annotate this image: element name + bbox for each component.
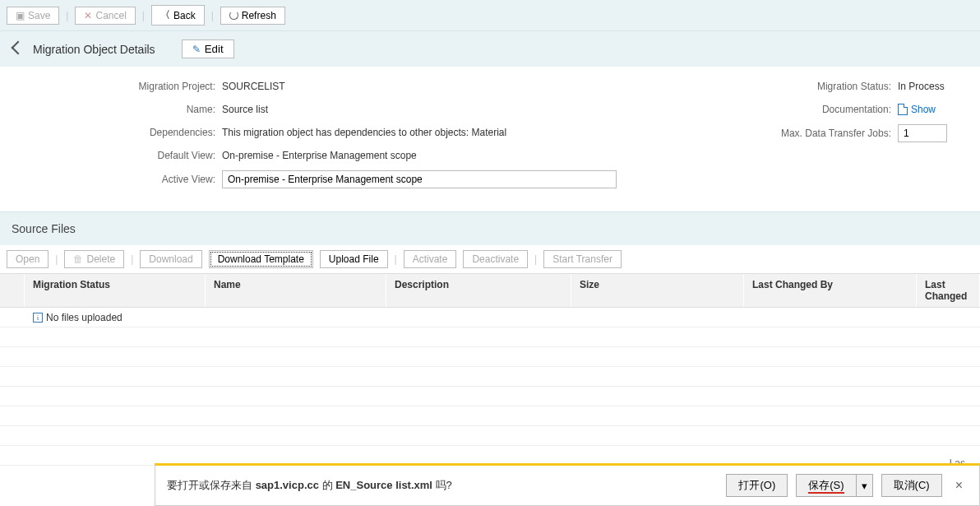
separator: | bbox=[534, 253, 537, 265]
col-size[interactable]: Size bbox=[571, 274, 744, 307]
table-row bbox=[0, 406, 980, 426]
col-select[interactable] bbox=[0, 274, 25, 307]
separator: | bbox=[131, 253, 133, 265]
dependencies-label: Dependencies bbox=[74, 127, 222, 138]
download-notification-bar: 要打开或保存来自 sap1.vicp.cc 的 EN_Source list.x… bbox=[155, 463, 980, 506]
source-files-toolbar: Open | 🗑 Delete | Download Download Temp… bbox=[0, 245, 980, 274]
separator: | bbox=[395, 253, 397, 265]
cancel-icon: ✕ bbox=[84, 10, 92, 21]
edit-button[interactable]: ✎ Edit bbox=[182, 39, 234, 58]
activate-button: Activate bbox=[404, 250, 457, 268]
main-toolbar: ▣ Save | ✕ Cancel | 〈 Back | Refresh bbox=[0, 0, 980, 31]
col-description[interactable]: Description bbox=[386, 274, 571, 307]
section-header: Migration Object Details ✎ Edit bbox=[0, 31, 980, 67]
table-row bbox=[0, 347, 980, 367]
deactivate-button: Deactivate bbox=[463, 250, 528, 268]
active-view-label: Active View bbox=[74, 174, 222, 185]
source-files-table: Migration Status Name Description Size L… bbox=[0, 274, 980, 466]
separator: | bbox=[66, 10, 68, 21]
back-icon: 〈 bbox=[160, 8, 170, 22]
documentation-label: Documentation bbox=[750, 104, 898, 115]
col-last-changed-by[interactable]: Last Changed By bbox=[744, 274, 917, 307]
source-files-header: Source Files bbox=[0, 211, 980, 245]
migration-project-label: Migration Project bbox=[74, 81, 222, 92]
default-view-value: On-premise - Enterprise Management scope bbox=[222, 150, 417, 161]
separator: | bbox=[211, 10, 214, 21]
documentation-text: Show bbox=[911, 104, 936, 115]
table-row bbox=[0, 327, 980, 347]
back-button[interactable]: 〈 Back bbox=[151, 5, 205, 26]
download-template-button[interactable]: Download Template bbox=[209, 250, 313, 268]
table-header: Migration Status Name Description Size L… bbox=[0, 274, 980, 308]
back-label: Back bbox=[173, 10, 196, 21]
dependencies-value: This migration object has dependencies t… bbox=[222, 127, 506, 138]
separator: | bbox=[55, 253, 58, 265]
cancel-label: Cancel bbox=[95, 10, 126, 21]
edit-label: Edit bbox=[205, 43, 224, 55]
empty-message: No files uploaded bbox=[46, 312, 122, 323]
dl-file: EN_Source list.xml bbox=[335, 479, 432, 491]
download-message: 要打开或保存来自 sap1.vicp.cc 的 EN_Source list.x… bbox=[167, 478, 718, 493]
dl-post: 吗? bbox=[432, 479, 452, 491]
open-button: Open bbox=[7, 250, 49, 268]
migration-project-value: SOURCELIST bbox=[222, 81, 285, 92]
max-jobs-label: Max. Data Transfer Jobs bbox=[750, 128, 898, 139]
dl-host: sap1.vicp.cc bbox=[256, 479, 319, 491]
info-icon: i bbox=[33, 313, 43, 323]
delete-label: Delete bbox=[86, 253, 115, 265]
table-row bbox=[0, 426, 980, 446]
save-label: Save bbox=[28, 10, 50, 21]
download-button: Download bbox=[140, 250, 201, 268]
col-name[interactable]: Name bbox=[206, 274, 386, 307]
cancel-button: ✕ Cancel bbox=[75, 7, 135, 25]
collapse-toggle[interactable] bbox=[10, 44, 23, 55]
document-icon bbox=[898, 104, 908, 115]
delete-button: 🗑 Delete bbox=[64, 250, 124, 268]
details-right: Migration StatusIn Process Documentation… bbox=[750, 78, 947, 195]
trash-icon: 🗑 bbox=[73, 253, 83, 265]
download-save-dropdown[interactable]: ▾ bbox=[856, 474, 873, 497]
download-save-button[interactable]: 保存(S) bbox=[796, 474, 855, 497]
active-view-input[interactable] bbox=[222, 170, 617, 188]
refresh-label: Refresh bbox=[242, 10, 276, 21]
empty-message-cell: i No files uploaded bbox=[25, 309, 131, 327]
download-save-label: 保存(S) bbox=[808, 479, 844, 494]
dl-mid: 的 bbox=[319, 479, 335, 491]
max-jobs-input[interactable] bbox=[898, 124, 947, 142]
col-last-changed[interactable]: Last Changed bbox=[917, 274, 980, 307]
chevron-down-icon bbox=[12, 40, 25, 54]
upload-file-button[interactable]: Upload File bbox=[320, 250, 388, 268]
col-migration-status[interactable]: Migration Status bbox=[25, 274, 206, 307]
table-row bbox=[0, 387, 980, 406]
name-label: Name bbox=[74, 104, 222, 115]
save-button: ▣ Save bbox=[7, 7, 59, 25]
name-value: Source list bbox=[222, 104, 268, 115]
refresh-button[interactable]: Refresh bbox=[220, 7, 285, 25]
table-row bbox=[0, 367, 980, 387]
table-row-empty: i No files uploaded bbox=[0, 308, 980, 327]
documentation-link[interactable]: Show bbox=[898, 104, 936, 115]
close-icon[interactable]: × bbox=[950, 478, 968, 493]
download-cancel-button[interactable]: 取消(C) bbox=[881, 474, 942, 497]
download-save-split: 保存(S) ▾ bbox=[796, 474, 872, 497]
migration-status-value: In Process bbox=[898, 81, 945, 92]
migration-status-label: Migration Status bbox=[750, 81, 898, 92]
download-open-button[interactable]: 打开(O) bbox=[726, 474, 788, 497]
default-view-label: Default View bbox=[74, 150, 222, 161]
refresh-icon bbox=[229, 11, 238, 20]
separator: | bbox=[142, 10, 145, 21]
details-panel: Migration ProjectSOURCELIST NameSource l… bbox=[0, 67, 980, 211]
save-icon: ▣ bbox=[16, 10, 25, 21]
details-left: Migration ProjectSOURCELIST NameSource l… bbox=[74, 78, 617, 195]
start-transfer-button: Start Transfer bbox=[543, 250, 622, 268]
dl-pre: 要打开或保存来自 bbox=[167, 479, 256, 491]
section-title: Migration Object Details bbox=[33, 43, 155, 56]
pencil-icon: ✎ bbox=[192, 44, 201, 55]
